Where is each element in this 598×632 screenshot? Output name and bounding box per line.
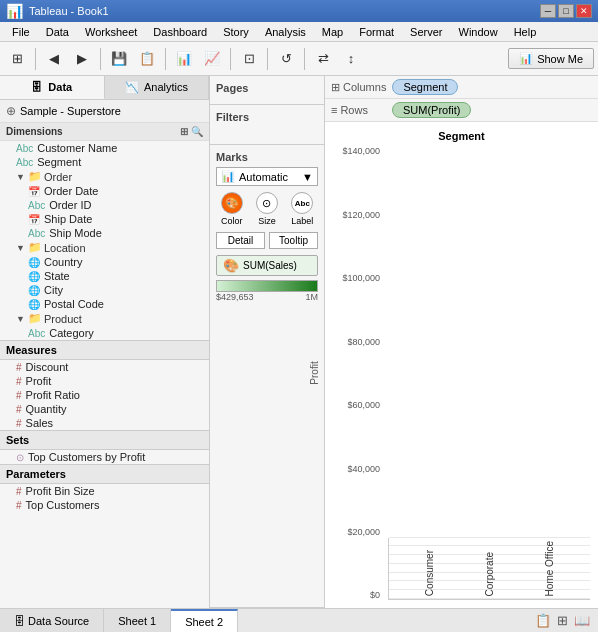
- measure-profit[interactable]: # Profit: [0, 374, 209, 388]
- new-sheet-icon[interactable]: 📋: [535, 613, 551, 628]
- menu-analysis[interactable]: Analysis: [257, 24, 314, 40]
- detail-btn[interactable]: Detail: [216, 232, 265, 249]
- chart-area: Segment Profit $140,000 $120,000 $100,00…: [325, 122, 598, 608]
- dropdown-arrow-icon: ▼: [302, 171, 313, 183]
- data-source-icon: 🗄: [14, 615, 25, 627]
- menu-window[interactable]: Window: [451, 24, 506, 40]
- columns-pill[interactable]: Segment: [392, 79, 458, 95]
- filters-title: Filters: [216, 111, 318, 123]
- menu-format[interactable]: Format: [351, 24, 402, 40]
- source-row[interactable]: ⊕ Sample - Superstore: [0, 100, 209, 123]
- y-tick-80k: $80,000: [347, 337, 380, 347]
- dim-category[interactable]: Abc Category: [0, 326, 209, 340]
- dim-ship-mode[interactable]: Abc Ship Mode: [0, 226, 209, 240]
- menu-story[interactable]: Story: [215, 24, 257, 40]
- rows-pill[interactable]: SUM(Profit): [392, 102, 471, 118]
- tab-sheet-2[interactable]: Sheet 2: [171, 609, 238, 632]
- toolbar-new-btn[interactable]: 📋: [134, 46, 160, 72]
- columns-label: ⊞ Columns: [331, 81, 386, 94]
- menu-dashboard[interactable]: Dashboard: [145, 24, 215, 40]
- tab-analytics[interactable]: 📉 Analytics: [105, 76, 210, 99]
- show-me-label: Show Me: [537, 53, 583, 65]
- measure-quantity[interactable]: # Quantity: [0, 402, 209, 416]
- marks-type-dropdown[interactable]: 📊 Automatic ▼: [216, 167, 318, 186]
- minimize-button[interactable]: ─: [540, 4, 556, 18]
- dimensions-search-icon[interactable]: 🔍: [191, 126, 203, 137]
- rows-shelf: ≡ Rows SUM(Profit): [325, 99, 598, 122]
- dim-city[interactable]: 🌐 City: [0, 283, 209, 297]
- menu-data[interactable]: Data: [38, 24, 77, 40]
- dimensions-grid-icon[interactable]: ⊞: [180, 126, 188, 137]
- toolbar-filter-btn[interactable]: ⊡: [236, 46, 262, 72]
- toolbar-back-btn[interactable]: ◀: [41, 46, 67, 72]
- dim-segment[interactable]: Abc Segment: [0, 155, 209, 169]
- pages-title: Pages: [216, 82, 318, 94]
- toolbar-chart1-btn[interactable]: 📊: [171, 46, 197, 72]
- size-btn[interactable]: ⊙ Size: [256, 192, 278, 226]
- new-story-icon[interactable]: 📖: [574, 613, 590, 628]
- dim-order-date[interactable]: 📅 Order Date: [0, 184, 209, 198]
- marks-title: Marks: [216, 151, 318, 163]
- show-me-icon: 📊: [519, 52, 533, 65]
- show-me-button[interactable]: 📊 Show Me: [508, 48, 594, 69]
- bar-corporate[interactable]: Corporate: [469, 549, 509, 599]
- num-icon: #: [16, 390, 22, 401]
- maximize-button[interactable]: □: [558, 4, 574, 18]
- menu-help[interactable]: Help: [506, 24, 545, 40]
- toolbar-refresh-btn[interactable]: ↺: [273, 46, 299, 72]
- tab-data-source[interactable]: 🗄 Data Source: [0, 609, 104, 632]
- abc-icon: Abc: [28, 328, 45, 339]
- set-top-customers[interactable]: ⊙ Top Customers by Profit: [0, 450, 209, 464]
- sets-header: Sets: [0, 430, 209, 450]
- color-gradient: [216, 280, 318, 292]
- dim-state[interactable]: 🌐 State: [0, 269, 209, 283]
- toolbar-grid-btn[interactable]: ⊞: [4, 46, 30, 72]
- num-icon: #: [16, 418, 22, 429]
- abc-icon: Abc: [16, 157, 33, 168]
- label-btn[interactable]: Abc Label: [291, 192, 313, 226]
- measure-sales[interactable]: # Sales: [0, 416, 209, 430]
- color-legend: $429,653 1M: [216, 280, 318, 302]
- toolbar: ⊞ ◀ ▶ 💾 📋 📊 📈 ⊡ ↺ ⇄ ↕ 📊 Show Me: [0, 42, 598, 76]
- folder-location[interactable]: ▼ 📁 Location: [0, 240, 209, 255]
- folder-order[interactable]: ▼ 📁 Order: [0, 169, 209, 184]
- toolbar-swap-btn[interactable]: ⇄: [310, 46, 336, 72]
- measure-discount[interactable]: # Discount: [0, 360, 209, 374]
- toolbar-save-btn[interactable]: 💾: [106, 46, 132, 72]
- geo-icon: 🌐: [28, 285, 40, 296]
- dim-order-id[interactable]: Abc Order ID: [0, 198, 209, 212]
- marks-icons-row: 🎨 Color ⊙ Size Abc Label: [216, 192, 318, 226]
- dim-customer-name[interactable]: Abc Customer Name: [0, 141, 209, 155]
- y-tick-40k: $40,000: [347, 464, 380, 474]
- menu-file[interactable]: File: [4, 24, 38, 40]
- folder-product[interactable]: ▼ 📁 Product: [0, 311, 209, 326]
- toolbar-sep-5: [267, 48, 268, 70]
- close-button[interactable]: ✕: [576, 4, 592, 18]
- menu-worksheet[interactable]: Worksheet: [77, 24, 145, 40]
- menu-map[interactable]: Map: [314, 24, 351, 40]
- date-icon: 📅: [28, 214, 40, 225]
- title-bar: 📊 Tableau - Book1 ─ □ ✕: [0, 0, 598, 22]
- dim-ship-date[interactable]: 📅 Ship Date: [0, 212, 209, 226]
- source-icon: ⊕: [6, 104, 16, 118]
- tab-sheet-1[interactable]: Sheet 1: [104, 609, 171, 632]
- param-top-customers[interactable]: # Top Customers: [0, 498, 209, 512]
- color-min-label: $429,653: [216, 292, 254, 302]
- tab-data[interactable]: 🗄 Data: [0, 76, 105, 99]
- geo-icon: 🌐: [28, 271, 40, 282]
- toolbar-chart2-btn[interactable]: 📈: [199, 46, 225, 72]
- toolbar-sort-btn[interactable]: ↕: [338, 46, 364, 72]
- bar-corporate-label: Corporate: [484, 552, 495, 599]
- dim-postal-code[interactable]: 🌐 Postal Code: [0, 297, 209, 311]
- menu-server[interactable]: Server: [402, 24, 450, 40]
- param-profit-bin-size[interactable]: # Profit Bin Size: [0, 484, 209, 498]
- new-dashboard-icon[interactable]: ⊞: [557, 613, 568, 628]
- arrow-icon: ▼: [16, 243, 25, 253]
- dim-country[interactable]: 🌐 Country: [0, 255, 209, 269]
- sum-sales-pill[interactable]: 🎨 SUM(Sales): [216, 255, 318, 276]
- measure-profit-ratio[interactable]: # Profit Ratio: [0, 388, 209, 402]
- parameters-header: Parameters: [0, 464, 209, 484]
- color-btn[interactable]: 🎨 Color: [221, 192, 243, 226]
- toolbar-forward-btn[interactable]: ▶: [69, 46, 95, 72]
- tooltip-btn[interactable]: Tooltip: [269, 232, 318, 249]
